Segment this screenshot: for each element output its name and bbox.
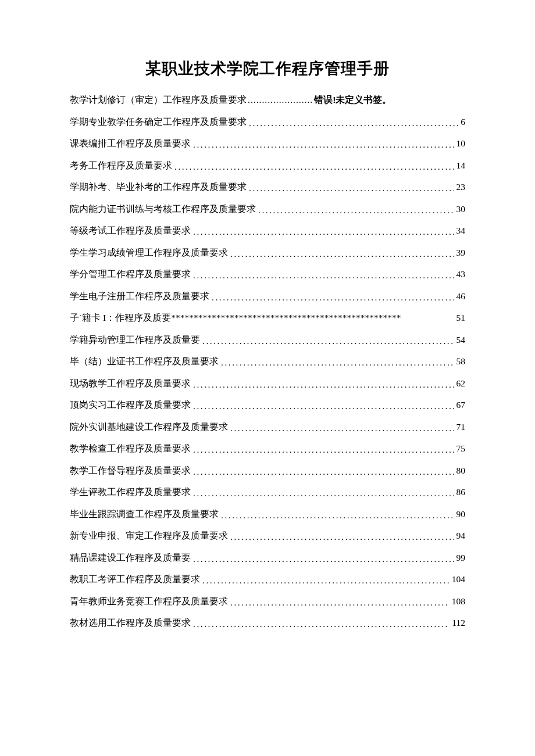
toc-entry: 考务工作程序及质量要求14	[70, 161, 465, 170]
toc-leader	[221, 511, 454, 520]
toc-entry: 学期补考、毕业补考的工作程序及质量要求23	[70, 182, 465, 192]
toc-label: 教学计划修订（审定）工作程序及质量要求	[70, 95, 247, 105]
toc-page: 30	[456, 205, 466, 214]
toc-page: 62	[456, 379, 466, 388]
toc-label: 学生评教工作程序及质量要求	[70, 488, 191, 497]
toc-label: 子`籍卡 I：作程序及质要	[70, 313, 171, 323]
toc-leader	[258, 206, 454, 215]
toc-page: 46	[456, 292, 466, 301]
toc-label: 学生学习成绩管理工作程序及质量要求	[70, 248, 228, 257]
toc-leader	[202, 336, 454, 346]
toc-label: 学籍异动管理工作程序及质量要	[70, 335, 200, 345]
toc-leader	[212, 293, 454, 302]
toc-page: 104	[452, 575, 465, 584]
toc-leader	[221, 358, 454, 367]
toc-label: 毕业生跟踪调查工作程序及质量要求	[70, 510, 219, 519]
toc-leader	[230, 598, 450, 607]
toc-leader	[193, 271, 454, 280]
toc-page: 6	[461, 117, 465, 127]
toc-entry: 子`籍卡 I：作程序及质要51	[70, 313, 465, 323]
toc-page: 75	[456, 444, 466, 453]
toc-label: 顶岗实习工作程序及质量要求	[70, 400, 191, 410]
toc-entry: 等级考试工作程序及质量要求34	[70, 226, 465, 235]
toc-label: 精品课建设工作程序及质量要	[70, 553, 191, 562]
toc-entry: 学籍异动管理工作程序及质量要54	[70, 335, 465, 345]
toc-leader	[193, 380, 454, 389]
toc-entry: 教材选用工作程序及质量要求112	[70, 618, 465, 628]
toc-entry: 教职工考评工作程序及质量要求104	[70, 575, 465, 584]
toc-leader	[193, 140, 454, 149]
toc-entry: 学生评教工作程序及质量要求86	[70, 488, 465, 497]
document-title: 某职业技术学院工作程序管理手册	[70, 58, 465, 79]
toc-entry: 学生学习成绩管理工作程序及质量要求39	[70, 248, 465, 257]
toc-entry: 学生电子注册工作程序及质量要求46	[70, 292, 465, 301]
toc-page: 58	[456, 357, 466, 366]
toc-entry: 毕业生跟踪调查工作程序及质量要求90	[70, 510, 465, 519]
toc-leader	[249, 119, 458, 128]
toc-entry: 教学工作督导程序及质量要求80	[70, 466, 465, 475]
toc-leader	[193, 489, 454, 498]
toc-page: 14	[456, 161, 466, 170]
toc-label: 课表编排工作程序及质量要求	[70, 139, 191, 148]
toc-page: 39	[456, 248, 466, 257]
toc-label: 学分管理工作程序及质量要求	[70, 270, 191, 279]
toc-page: 99	[456, 553, 466, 562]
toc-entry: 院外实训基地建设工作程序及质量要求71	[70, 422, 465, 432]
toc-page: 71	[456, 422, 466, 432]
toc-leader	[230, 424, 454, 433]
toc-label: 学期补考、毕业补考的工作程序及质量要求	[70, 182, 247, 192]
toc-entry: 毕（结）业证书工作程序及质量要求58	[70, 357, 465, 366]
toc-leader-stars	[171, 313, 456, 323]
toc-label: 等级考试工作程序及质量要求	[70, 226, 191, 235]
table-of-contents: 教学计划修订（审定）工作程序及质量要求.....................…	[70, 95, 465, 628]
toc-entry: 教学检查工作程序及质量要求75	[70, 444, 465, 453]
toc-entry: 现场教学工作程序及质量要求62	[70, 379, 465, 388]
toc-label: 青年教师业务竞赛工作程序及质量要求	[70, 597, 228, 606]
toc-leader	[174, 162, 454, 171]
toc-label: 考务工作程序及质量要求	[70, 161, 172, 170]
toc-label: 毕（结）业证书工作程序及质量要求	[70, 357, 219, 366]
toc-entry: 院内能力证书训练与考核工作程序及质量要求30	[70, 205, 465, 214]
toc-page: 54	[456, 335, 466, 345]
toc-page: 86	[456, 488, 466, 497]
toc-page: 43	[456, 270, 466, 279]
toc-label: 学生电子注册工作程序及质量要求	[70, 292, 209, 301]
toc-leader	[193, 619, 450, 629]
toc-label: 学期专业教学任务确定工作程序及质量要求	[70, 117, 247, 127]
toc-label: 新专业申报、审定工作程序及质量要求	[70, 531, 228, 540]
toc-leader	[249, 184, 454, 193]
toc-leader	[193, 402, 454, 411]
toc-page: 67	[456, 400, 466, 410]
toc-leader	[193, 467, 454, 476]
toc-page: 94	[456, 531, 466, 540]
toc-label: 教学工作督导程序及质量要求	[70, 466, 191, 475]
toc-leader	[230, 249, 454, 259]
toc-entry: 顶岗实习工作程序及质量要求67	[70, 400, 465, 410]
toc-page: 51	[456, 313, 466, 323]
toc-page: 10	[456, 139, 466, 148]
toc-leader	[193, 445, 454, 454]
toc-entry: 学分管理工作程序及质量要求43	[70, 270, 465, 279]
toc-entry: 新专业申报、审定工作程序及质量要求94	[70, 531, 465, 540]
toc-page: 108	[452, 597, 465, 606]
toc-leader	[193, 227, 454, 237]
toc-label: 院内能力证书训练与考核工作程序及质量要求	[70, 205, 256, 214]
toc-leader	[202, 576, 450, 585]
toc-label: 教学检查工作程序及质量要求	[70, 444, 191, 453]
toc-page: 23	[456, 182, 466, 192]
toc-entry: 课表编排工作程序及质量要求10	[70, 139, 465, 148]
toc-label: 教材选用工作程序及质量要求	[70, 618, 191, 628]
toc-entry: 学期专业教学任务确定工作程序及质量要求6	[70, 117, 465, 127]
toc-error: 错误!未定义书签。	[314, 95, 391, 105]
toc-label: 院外实训基地建设工作程序及质量要求	[70, 422, 228, 432]
toc-leader	[230, 532, 454, 542]
toc-page: 90	[456, 510, 466, 519]
toc-entry: 青年教师业务竞赛工作程序及质量要求108	[70, 597, 465, 606]
toc-leader	[193, 554, 454, 564]
toc-label: 教职工考评工作程序及质量要求	[70, 575, 200, 584]
toc-entry: 教学计划修订（审定）工作程序及质量要求.....................…	[70, 95, 465, 105]
toc-page: 80	[456, 466, 466, 475]
toc-page: 112	[452, 618, 465, 628]
toc-label: 现场教学工作程序及质量要求	[70, 379, 191, 388]
toc-entry: 精品课建设工作程序及质量要99	[70, 553, 465, 562]
